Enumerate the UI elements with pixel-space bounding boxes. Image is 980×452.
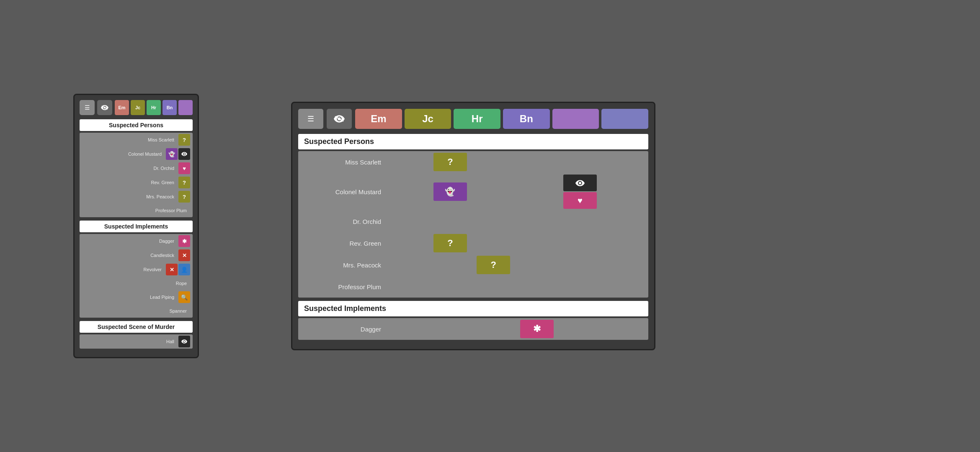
cell-sm-eye2[interactable] xyxy=(178,336,190,347)
cell-sm-search[interactable]: 🔍 xyxy=(178,291,190,303)
menu-button-lg[interactable]: ☰ xyxy=(298,109,323,129)
row-colonel-mustard-lg: Colonel Mustard 👻 ♥ xyxy=(298,173,648,211)
implements-header-lg: Suspected Implements xyxy=(298,301,648,316)
cell-mustard-heart[interactable]: ♥ xyxy=(563,192,597,209)
row-professor-plum-small: Professor Plum xyxy=(80,204,193,217)
persons-rows-small: Miss Scarlett ? Colonel Mustard 👻 Dr. Or… xyxy=(80,133,193,217)
large-toolbar: ☰ Em Jc Hr Bn xyxy=(298,109,648,129)
chip-6-lg[interactable] xyxy=(601,109,648,129)
cell-sm-heart[interactable]: ♥ xyxy=(178,162,190,174)
row-hall-small: Hall xyxy=(80,334,193,349)
player-chips-lg: Em Jc Hr Bn xyxy=(355,109,648,129)
cell-scarlett-jc[interactable]: ? xyxy=(433,153,467,171)
eye-button[interactable] xyxy=(97,100,112,115)
chip-jc-lg[interactable]: Jc xyxy=(405,109,451,129)
cell-sm[interactable]: ? xyxy=(178,134,190,146)
cell-peacock-hr[interactable]: ? xyxy=(477,256,510,274)
chip-hr-lg[interactable]: Hr xyxy=(454,109,500,129)
cell-sm[interactable]: 👻 xyxy=(166,148,178,160)
scene-header-small: Suspected Scene of Murder xyxy=(80,321,193,333)
row-dagger-small: Dagger ✱ xyxy=(80,234,193,248)
row-dagger-lg: Dagger ✱ xyxy=(298,318,648,340)
cell-mustard-eye[interactable] xyxy=(563,175,597,191)
scene-rows-small: Hall xyxy=(80,334,193,349)
implements-rows-small: Dagger ✱ Candlestick ✕ Revolver ✕ 👤 Rope… xyxy=(80,234,193,318)
implements-header-small: Suspected Implements xyxy=(80,221,193,232)
menu-button[interactable]: ☰ xyxy=(80,100,95,115)
cell-dagger-bn[interactable]: ✱ xyxy=(520,320,554,338)
small-panel: ☰ Em Jc Hr Bn Suspected Persons Miss Sca… xyxy=(73,94,199,358)
cell-green-jc[interactable]: ? xyxy=(433,234,467,252)
persons-header-lg: Suspected Persons xyxy=(298,134,648,149)
cell-sm[interactable]: ? xyxy=(178,191,190,203)
row-miss-scarlett-small: Miss Scarlett ? xyxy=(80,133,193,147)
row-rope-small: Rope xyxy=(80,277,193,290)
row-professor-plum-lg: Professor Plum xyxy=(298,276,648,298)
cell-sm-star[interactable]: ✱ xyxy=(178,235,190,247)
row-miss-scarlett-lg: Miss Scarlett ? xyxy=(298,151,648,173)
chip-em-lg[interactable]: Em xyxy=(355,109,402,129)
row-revolver-small: Revolver ✕ 👤 xyxy=(80,262,193,277)
chip-5-small[interactable] xyxy=(178,100,193,115)
player-chips-small: Em Jc Hr Bn xyxy=(115,100,193,115)
chip-5-lg[interactable] xyxy=(552,109,599,129)
chip-hr-small[interactable]: Hr xyxy=(147,100,161,115)
cell-sm-x[interactable]: ✕ xyxy=(178,249,190,261)
large-panel: ☰ Em Jc Hr Bn Suspected Persons Miss Sca… xyxy=(291,102,655,350)
row-mrs-peacock-small: Mrs. Peacock ? xyxy=(80,190,193,204)
cell-sm-person[interactable]: 👤 xyxy=(178,264,190,275)
cell-sm[interactable]: ? xyxy=(178,177,190,188)
cell-sm-eye[interactable] xyxy=(178,148,190,160)
row-dr-orchid-small: Dr. Orchid ♥ xyxy=(80,161,193,175)
persons-header-small: Suspected Persons xyxy=(80,119,193,131)
small-toolbar: ☰ Em Jc Hr Bn xyxy=(80,100,193,115)
row-colonel-mustard-small: Colonel Mustard 👻 xyxy=(80,147,193,161)
row-rev-green-small: Rev. Green ? xyxy=(80,175,193,190)
implements-rows-lg: Dagger ✱ xyxy=(298,318,648,340)
chip-jc-small[interactable]: Jc xyxy=(131,100,145,115)
row-mrs-peacock-lg: Mrs. Peacock ? xyxy=(298,254,648,276)
cell-sm-x2[interactable]: ✕ xyxy=(166,264,178,275)
persons-rows-lg: Miss Scarlett ? Colonel Mustard 👻 xyxy=(298,151,648,298)
row-lead-piping-small: Lead Piping 🔍 xyxy=(80,290,193,304)
row-dr-orchid-lg: Dr. Orchid xyxy=(298,211,648,232)
chip-bn-lg[interactable]: Bn xyxy=(503,109,550,129)
chip-em-small[interactable]: Em xyxy=(115,100,129,115)
eye-button-lg[interactable] xyxy=(327,109,352,129)
row-rev-green-lg: Rev. Green ? xyxy=(298,232,648,254)
chip-bn-small[interactable]: Bn xyxy=(162,100,177,115)
cell-mustard-jc[interactable]: 👻 xyxy=(433,182,467,201)
row-spanner-small: Spanner xyxy=(80,304,193,318)
row-candlestick-small: Candlestick ✕ xyxy=(80,248,193,262)
